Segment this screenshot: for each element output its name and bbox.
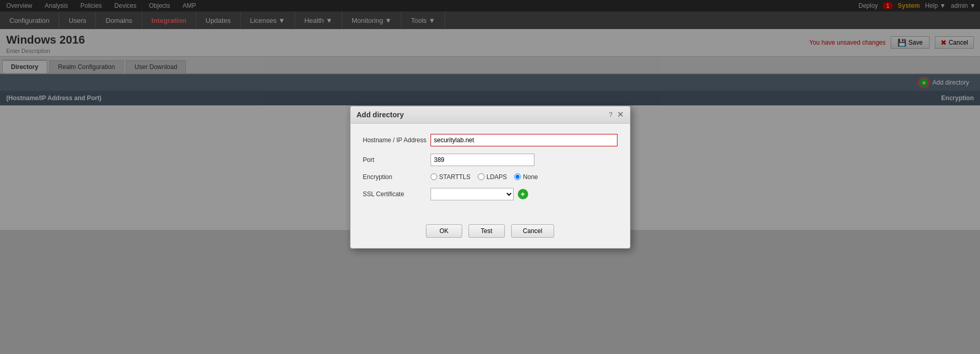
encryption-label: Encryption: [363, 173, 431, 181]
radio-ldaps-label: LDAPS: [487, 173, 507, 181]
modal-title: Add directory: [357, 111, 404, 119]
radio-none[interactable]: None: [514, 173, 538, 181]
hostname-control: [431, 134, 617, 146]
ssl-add-button[interactable]: +: [518, 189, 528, 199]
ssl-select[interactable]: [431, 188, 514, 200]
cancel-modal-button[interactable]: Cancel: [511, 224, 554, 238]
modal-help-icon[interactable]: ?: [609, 111, 612, 118]
port-label: Port: [363, 156, 431, 164]
hostname-row: Hostname / IP Address: [363, 134, 617, 146]
modal-overlay: Add directory ? ✕ Hostname / IP Address …: [0, 0, 980, 354]
modal-close-button[interactable]: ✕: [617, 111, 624, 119]
encryption-control: STARTTLS LDAPS None: [431, 173, 617, 181]
port-input[interactable]: [431, 154, 534, 166]
radio-none-label: None: [523, 173, 538, 181]
port-control: [431, 154, 617, 166]
radio-ldaps[interactable]: LDAPS: [478, 173, 507, 181]
modal-titlebar: Add directory ? ✕: [351, 106, 630, 124]
hostname-label: Hostname / IP Address: [363, 137, 431, 144]
ssl-control: +: [431, 188, 617, 200]
radio-starttls[interactable]: STARTTLS: [431, 173, 471, 181]
test-button[interactable]: Test: [468, 224, 505, 238]
radio-starttls-input[interactable]: [431, 173, 437, 180]
modal-body: Hostname / IP Address Port Encryption: [351, 124, 630, 218]
ssl-label: SSL Certificate: [363, 190, 431, 198]
hostname-input[interactable]: [431, 134, 617, 146]
ok-button[interactable]: OK: [426, 224, 462, 238]
modal-footer: OK Test Cancel: [351, 218, 630, 248]
radio-none-input[interactable]: [514, 173, 521, 180]
radio-starttls-label: STARTTLS: [439, 173, 471, 181]
ssl-row: SSL Certificate +: [363, 188, 617, 200]
encryption-row: Encryption STARTTLS LDAPS No: [363, 173, 617, 181]
add-directory-modal: Add directory ? ✕ Hostname / IP Address …: [350, 106, 630, 249]
radio-ldaps-input[interactable]: [478, 173, 485, 180]
port-row: Port: [363, 154, 617, 166]
